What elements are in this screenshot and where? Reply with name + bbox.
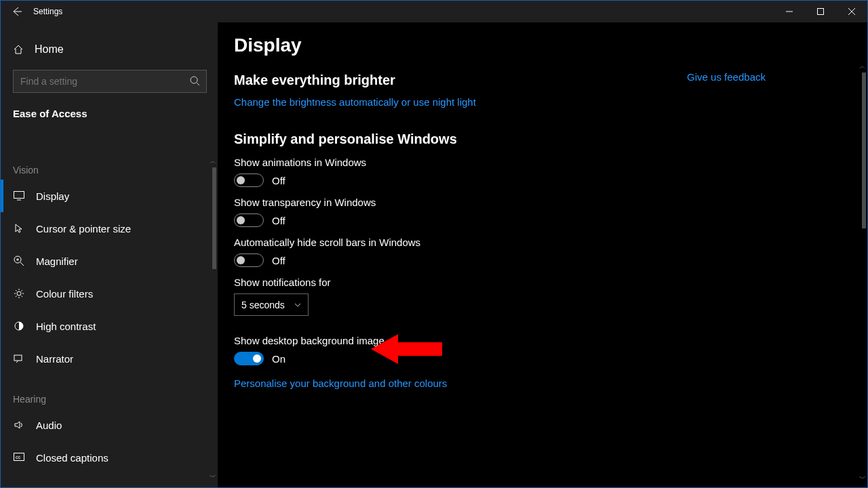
main-content: Display Give us feedback Make everything… — [218, 22, 867, 487]
page-title: Display — [234, 35, 851, 56]
group-vision: Vision — [1, 151, 218, 180]
magnifier-icon — [13, 256, 25, 266]
brightness-icon — [13, 288, 25, 299]
personalise-link[interactable]: Personalise your background and other co… — [234, 378, 447, 389]
svg-rect-6 — [14, 355, 22, 361]
scroll-down-arrow[interactable]: ﹀ — [859, 475, 866, 482]
auto-hide-scroll-label: Automatically hide scroll bars in Window… — [234, 237, 851, 248]
home-icon — [13, 44, 24, 55]
sidebar-item-label: Magnifier — [36, 256, 78, 267]
sidebar: Home Ease of Access Vision Display Curso… — [1, 22, 218, 487]
main-scrollbar[interactable]: ︿ ﹀ — [859, 63, 866, 482]
cursor-icon — [13, 223, 25, 234]
home-nav[interactable]: Home — [1, 29, 218, 70]
sidebar-item-high-contrast[interactable]: High contrast — [1, 310, 218, 342]
sidebar-item-label: Colour filters — [36, 288, 93, 300]
sidebar-item-cursor[interactable]: Cursor & pointer size — [1, 212, 218, 245]
home-label: Home — [35, 43, 64, 56]
sidebar-item-label: Narrator — [36, 353, 73, 365]
sidebar-item-label: High contrast — [36, 321, 96, 332]
minimize-button[interactable] — [774, 1, 805, 22]
nav-list: Vision Display Cursor & pointer size Mag… — [1, 151, 218, 487]
show-transparency-toggle[interactable] — [234, 214, 264, 227]
sidebar-item-colour-filters[interactable]: Colour filters — [1, 277, 218, 310]
desktop-bg-state: On — [272, 353, 285, 365]
category-title: Ease of Access — [1, 93, 218, 126]
svg-point-1 — [191, 77, 197, 83]
show-animations-toggle[interactable] — [234, 174, 264, 187]
scroll-down-arrow[interactable]: ﹀ — [210, 474, 216, 481]
back-button[interactable] — [1, 1, 33, 22]
sidebar-item-label: Closed captions — [36, 452, 108, 464]
group-hearing: Hearing — [1, 375, 218, 409]
sidebar-item-magnifier[interactable]: Magnifier — [1, 245, 218, 277]
monitor-icon — [13, 191, 25, 201]
show-animations-label: Show animations in Windows — [234, 157, 851, 168]
feedback-link[interactable]: Give us feedback — [687, 71, 766, 83]
desktop-bg-toggle[interactable] — [234, 352, 264, 365]
search-input[interactable] — [13, 70, 207, 93]
show-transparency-label: Show transparency in Windows — [234, 197, 851, 208]
sidebar-item-display[interactable]: Display — [1, 180, 218, 212]
close-button[interactable] — [836, 1, 867, 22]
narrator-icon — [13, 353, 25, 364]
show-animations-state: Off — [272, 175, 285, 186]
sidebar-scrollbar[interactable]: ︿ ﹀ — [210, 159, 216, 479]
notifications-label: Show notifications for — [234, 277, 851, 288]
desktop-bg-label: Show desktop background image — [234, 335, 851, 346]
auto-hide-scroll-state: Off — [272, 255, 285, 266]
section-simplify: Simplify and personalise Windows — [234, 131, 851, 147]
scroll-up-arrow[interactable]: ︿ — [859, 63, 866, 70]
contrast-icon — [13, 321, 25, 331]
show-transparency-state: Off — [272, 215, 285, 226]
auto-hide-scroll-toggle[interactable] — [234, 253, 264, 267]
scroll-up-arrow[interactable]: ︿ — [210, 158, 216, 165]
svg-rect-2 — [14, 192, 24, 199]
sidebar-item-narrator[interactable]: Narrator — [1, 342, 218, 375]
window-controls — [774, 1, 867, 22]
sidebar-item-audio[interactable]: Audio — [1, 409, 218, 441]
svg-rect-0 — [818, 9, 824, 15]
sidebar-item-closed-captions[interactable]: cc Closed captions — [1, 441, 218, 474]
window-title: Settings — [33, 7, 62, 16]
svg-text:cc: cc — [16, 455, 21, 460]
sidebar-scroll-thumb[interactable] — [212, 167, 216, 269]
dropdown-value: 5 seconds — [241, 300, 285, 310]
sidebar-item-label: Audio — [36, 420, 62, 431]
sidebar-item-label: Display — [36, 190, 69, 202]
brightness-link[interactable]: Change the brightness automatically or u… — [234, 96, 476, 108]
titlebar: Settings — [1, 1, 867, 22]
sidebar-item-label: Cursor & pointer size — [36, 223, 131, 235]
speaker-icon — [13, 420, 25, 430]
search-icon — [189, 75, 200, 86]
svg-point-4 — [17, 291, 21, 296]
cc-icon: cc — [13, 453, 25, 462]
main-scroll-thumb[interactable] — [862, 73, 866, 228]
maximize-button[interactable] — [805, 1, 836, 22]
notifications-dropdown[interactable]: 5 seconds — [234, 293, 309, 316]
chevron-down-icon — [294, 303, 301, 307]
